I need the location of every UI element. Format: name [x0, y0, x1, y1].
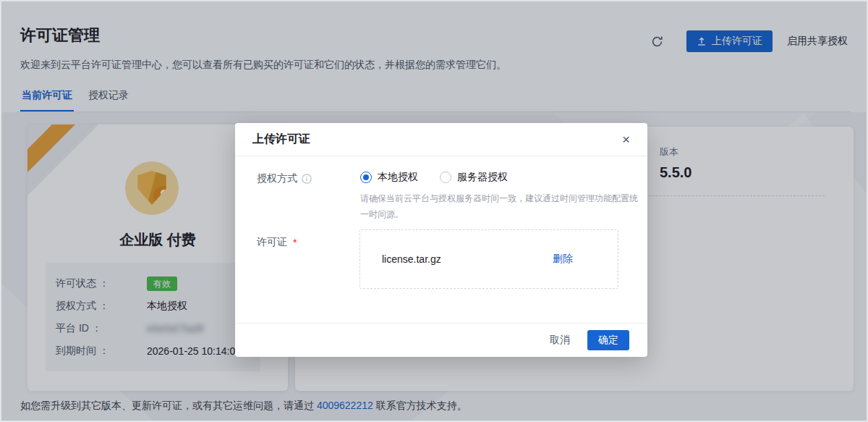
modal-header: 上传许可证 × [235, 123, 647, 156]
license-field-label: 许可证* [257, 236, 297, 249]
radio-selected-icon[interactable] [360, 172, 372, 183]
modal-body: 授权方式 本地授权 服务器授权 请确保当前云平台与授 [235, 156, 647, 323]
info-icon [302, 174, 312, 184]
close-icon[interactable]: × [622, 132, 630, 146]
modal-title: 上传许可证 [252, 132, 310, 147]
required-asterisk: * [293, 237, 297, 248]
license-file-dropzone[interactable]: license.tar.gz 删除 [359, 229, 618, 289]
auth-mode-label: 授权方式 [257, 172, 312, 185]
modal-footer: 取消 确定 [235, 323, 647, 356]
upload-license-modal: 上传许可证 × 授权方式 本地授权 服务器授权 [235, 123, 647, 357]
confirm-button[interactable]: 确定 [587, 330, 629, 350]
auth-radio-group: 本地授权 服务器授权 [360, 171, 638, 184]
radio-server-auth[interactable]: 服务器授权 [440, 171, 508, 184]
radio-unselected-icon[interactable] [440, 172, 451, 183]
delete-file-link[interactable]: 删除 [553, 253, 573, 266]
auth-helper-text: 请确保当前云平台与授权服务器时间一致，建议通过时间管理功能配置统 一时间源。 [360, 190, 638, 222]
cancel-button[interactable]: 取消 [550, 334, 570, 347]
uploaded-file-name: license.tar.gz [382, 253, 441, 265]
radio-local-auth[interactable]: 本地授权 [360, 171, 418, 184]
auth-mode-controls: 本地授权 服务器授权 请确保当前云平台与授权服务器时间一致，建议通过时间管理功能… [360, 171, 638, 222]
